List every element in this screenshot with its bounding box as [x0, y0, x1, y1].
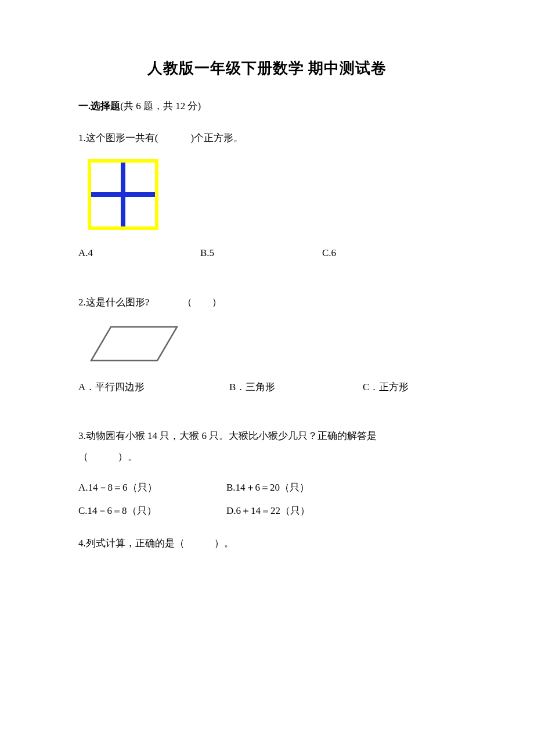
q3-line1: 3.动物园有小猴 14 只，大猴 6 只。大猴比小猴少几只？正确的解答是	[78, 427, 456, 445]
q1-text-suffix: )个正方形。	[190, 132, 243, 143]
q4-text: 4.列式计算，正确的是（ ）。	[78, 534, 456, 553]
section-label: 一.选择题	[78, 100, 120, 111]
q1-option-b: B.5	[200, 244, 322, 262]
question-3: 3.动物园有小猴 14 只，大猴 6 只。大猴比小猴少几只？正确的解答是 （ ）…	[78, 427, 456, 520]
svg-marker-0	[91, 327, 177, 361]
q2-option-a: A．平行四边形	[78, 378, 229, 397]
q3-option-d: D.6＋14＝22（只）	[226, 502, 310, 520]
q2-option-b: B．三角形	[229, 378, 363, 397]
q3-options: A.14－8＝6（只） B.14＋6＝20（只） C.14－6＝8（只） D.6…	[78, 478, 456, 521]
q2-paren: （ ）	[182, 297, 222, 308]
q2-text-prefix: 2.这是什么图形?	[78, 297, 149, 308]
q1-option-c: C.6	[322, 244, 336, 262]
q2-text: 2.这是什么图形? （ ）	[78, 293, 456, 312]
section-header: 一.选择题(共 6 题，共 12 分)	[78, 99, 456, 113]
q1-figure	[88, 159, 456, 230]
q1-options: A.4 B.5 C.6	[78, 244, 456, 262]
question-1: 1.这个图形一共有( )个正方形。 A.4 B.5 C.6	[78, 129, 456, 263]
horizontal-line	[91, 192, 155, 197]
parallelogram-icon	[88, 323, 181, 364]
q2-option-c: C．正方形	[363, 378, 409, 397]
q1-text: 1.这个图形一共有( )个正方形。	[78, 129, 456, 147]
question-4: 4.列式计算，正确的是（ ）。	[78, 534, 456, 553]
q3-line2: （ ）。	[78, 448, 456, 466]
question-2: 2.这是什么图形? （ ） A．平行四边形 B．三角形 C．正方形	[78, 293, 456, 397]
q3-option-b: B.14＋6＝20（只）	[226, 478, 309, 497]
q2-options: A．平行四边形 B．三角形 C．正方形	[78, 378, 456, 397]
q3-option-c: C.14－6＝8（只）	[78, 502, 226, 520]
q1-text-prefix: 1.这个图形一共有(	[78, 132, 158, 143]
q1-option-a: A.4	[78, 244, 200, 262]
q3-option-a: A.14－8＝6（只）	[78, 478, 226, 497]
q2-figure	[88, 323, 456, 364]
square-cross-icon	[88, 159, 158, 230]
q1-blank	[158, 129, 190, 147]
page-title: 人教版一年级下册数学 期中测试卷	[78, 58, 456, 78]
section-detail: (共 6 题，共 12 分)	[120, 100, 201, 111]
